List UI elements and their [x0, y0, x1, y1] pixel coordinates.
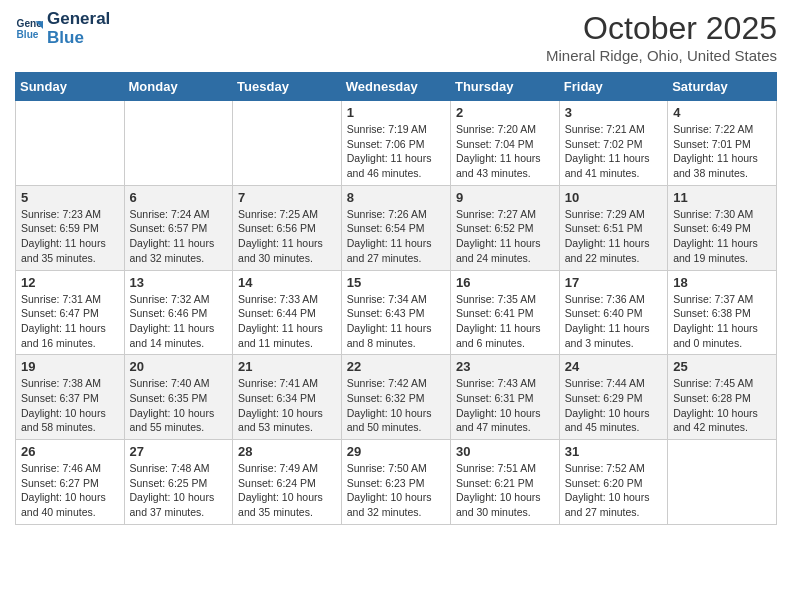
- day-number: 24: [565, 359, 662, 374]
- day-number: 9: [456, 190, 554, 205]
- calendar-cell: 11Sunrise: 7:30 AM Sunset: 6:49 PM Dayli…: [668, 185, 777, 270]
- calendar-cell: 5Sunrise: 7:23 AM Sunset: 6:59 PM Daylig…: [16, 185, 125, 270]
- day-info: Sunrise: 7:21 AM Sunset: 7:02 PM Dayligh…: [565, 122, 662, 181]
- day-info: Sunrise: 7:42 AM Sunset: 6:32 PM Dayligh…: [347, 376, 445, 435]
- logo-general: General: [47, 10, 110, 29]
- day-info: Sunrise: 7:44 AM Sunset: 6:29 PM Dayligh…: [565, 376, 662, 435]
- logo: General Blue General Blue: [15, 10, 110, 47]
- day-number: 25: [673, 359, 771, 374]
- day-info: Sunrise: 7:51 AM Sunset: 6:21 PM Dayligh…: [456, 461, 554, 520]
- day-number: 1: [347, 105, 445, 120]
- day-number: 4: [673, 105, 771, 120]
- day-info: Sunrise: 7:33 AM Sunset: 6:44 PM Dayligh…: [238, 292, 336, 351]
- day-number: 12: [21, 275, 119, 290]
- day-number: 8: [347, 190, 445, 205]
- day-number: 18: [673, 275, 771, 290]
- calendar-cell: [124, 101, 233, 186]
- weekday-header: Monday: [124, 73, 233, 101]
- day-number: 19: [21, 359, 119, 374]
- calendar-cell: 24Sunrise: 7:44 AM Sunset: 6:29 PM Dayli…: [559, 355, 667, 440]
- calendar-cell: 30Sunrise: 7:51 AM Sunset: 6:21 PM Dayli…: [450, 440, 559, 525]
- day-info: Sunrise: 7:31 AM Sunset: 6:47 PM Dayligh…: [21, 292, 119, 351]
- day-number: 30: [456, 444, 554, 459]
- calendar-cell: 3Sunrise: 7:21 AM Sunset: 7:02 PM Daylig…: [559, 101, 667, 186]
- calendar-cell: 28Sunrise: 7:49 AM Sunset: 6:24 PM Dayli…: [233, 440, 342, 525]
- svg-text:Blue: Blue: [17, 29, 39, 40]
- day-number: 15: [347, 275, 445, 290]
- calendar-cell: [233, 101, 342, 186]
- calendar-cell: 19Sunrise: 7:38 AM Sunset: 6:37 PM Dayli…: [16, 355, 125, 440]
- day-info: Sunrise: 7:41 AM Sunset: 6:34 PM Dayligh…: [238, 376, 336, 435]
- calendar-cell: 10Sunrise: 7:29 AM Sunset: 6:51 PM Dayli…: [559, 185, 667, 270]
- calendar-cell: 27Sunrise: 7:48 AM Sunset: 6:25 PM Dayli…: [124, 440, 233, 525]
- day-info: Sunrise: 7:50 AM Sunset: 6:23 PM Dayligh…: [347, 461, 445, 520]
- calendar-cell: 15Sunrise: 7:34 AM Sunset: 6:43 PM Dayli…: [341, 270, 450, 355]
- calendar-cell: 13Sunrise: 7:32 AM Sunset: 6:46 PM Dayli…: [124, 270, 233, 355]
- title-section: October 2025 Mineral Ridge, Ohio, United…: [546, 10, 777, 64]
- calendar-cell: 31Sunrise: 7:52 AM Sunset: 6:20 PM Dayli…: [559, 440, 667, 525]
- day-info: Sunrise: 7:24 AM Sunset: 6:57 PM Dayligh…: [130, 207, 228, 266]
- calendar-cell: 23Sunrise: 7:43 AM Sunset: 6:31 PM Dayli…: [450, 355, 559, 440]
- day-number: 14: [238, 275, 336, 290]
- calendar-cell: 7Sunrise: 7:25 AM Sunset: 6:56 PM Daylig…: [233, 185, 342, 270]
- day-number: 20: [130, 359, 228, 374]
- day-info: Sunrise: 7:49 AM Sunset: 6:24 PM Dayligh…: [238, 461, 336, 520]
- day-info: Sunrise: 7:34 AM Sunset: 6:43 PM Dayligh…: [347, 292, 445, 351]
- calendar-cell: 18Sunrise: 7:37 AM Sunset: 6:38 PM Dayli…: [668, 270, 777, 355]
- day-number: 27: [130, 444, 228, 459]
- day-number: 7: [238, 190, 336, 205]
- calendar-cell: 26Sunrise: 7:46 AM Sunset: 6:27 PM Dayli…: [16, 440, 125, 525]
- calendar-week-row: 12Sunrise: 7:31 AM Sunset: 6:47 PM Dayli…: [16, 270, 777, 355]
- calendar-cell: 12Sunrise: 7:31 AM Sunset: 6:47 PM Dayli…: [16, 270, 125, 355]
- day-info: Sunrise: 7:52 AM Sunset: 6:20 PM Dayligh…: [565, 461, 662, 520]
- calendar-week-row: 5Sunrise: 7:23 AM Sunset: 6:59 PM Daylig…: [16, 185, 777, 270]
- day-number: 13: [130, 275, 228, 290]
- calendar-header-row: SundayMondayTuesdayWednesdayThursdayFrid…: [16, 73, 777, 101]
- day-info: Sunrise: 7:40 AM Sunset: 6:35 PM Dayligh…: [130, 376, 228, 435]
- day-number: 21: [238, 359, 336, 374]
- day-info: Sunrise: 7:25 AM Sunset: 6:56 PM Dayligh…: [238, 207, 336, 266]
- day-info: Sunrise: 7:45 AM Sunset: 6:28 PM Dayligh…: [673, 376, 771, 435]
- weekday-header: Friday: [559, 73, 667, 101]
- calendar-cell: 9Sunrise: 7:27 AM Sunset: 6:52 PM Daylig…: [450, 185, 559, 270]
- day-number: 3: [565, 105, 662, 120]
- day-number: 28: [238, 444, 336, 459]
- day-number: 10: [565, 190, 662, 205]
- calendar-week-row: 19Sunrise: 7:38 AM Sunset: 6:37 PM Dayli…: [16, 355, 777, 440]
- weekday-header: Wednesday: [341, 73, 450, 101]
- day-number: 11: [673, 190, 771, 205]
- calendar-cell: [16, 101, 125, 186]
- day-number: 5: [21, 190, 119, 205]
- weekday-header: Saturday: [668, 73, 777, 101]
- calendar-cell: 21Sunrise: 7:41 AM Sunset: 6:34 PM Dayli…: [233, 355, 342, 440]
- day-info: Sunrise: 7:38 AM Sunset: 6:37 PM Dayligh…: [21, 376, 119, 435]
- calendar-cell: 8Sunrise: 7:26 AM Sunset: 6:54 PM Daylig…: [341, 185, 450, 270]
- day-info: Sunrise: 7:48 AM Sunset: 6:25 PM Dayligh…: [130, 461, 228, 520]
- day-info: Sunrise: 7:20 AM Sunset: 7:04 PM Dayligh…: [456, 122, 554, 181]
- day-info: Sunrise: 7:36 AM Sunset: 6:40 PM Dayligh…: [565, 292, 662, 351]
- month-title: October 2025: [546, 10, 777, 47]
- day-number: 22: [347, 359, 445, 374]
- weekday-header: Tuesday: [233, 73, 342, 101]
- day-number: 2: [456, 105, 554, 120]
- calendar-cell: 6Sunrise: 7:24 AM Sunset: 6:57 PM Daylig…: [124, 185, 233, 270]
- day-info: Sunrise: 7:19 AM Sunset: 7:06 PM Dayligh…: [347, 122, 445, 181]
- logo-icon: General Blue: [15, 15, 43, 43]
- location: Mineral Ridge, Ohio, United States: [546, 47, 777, 64]
- calendar-cell: 17Sunrise: 7:36 AM Sunset: 6:40 PM Dayli…: [559, 270, 667, 355]
- day-number: 23: [456, 359, 554, 374]
- day-info: Sunrise: 7:30 AM Sunset: 6:49 PM Dayligh…: [673, 207, 771, 266]
- day-info: Sunrise: 7:43 AM Sunset: 6:31 PM Dayligh…: [456, 376, 554, 435]
- day-number: 29: [347, 444, 445, 459]
- day-info: Sunrise: 7:22 AM Sunset: 7:01 PM Dayligh…: [673, 122, 771, 181]
- calendar-cell: 29Sunrise: 7:50 AM Sunset: 6:23 PM Dayli…: [341, 440, 450, 525]
- calendar-cell: [668, 440, 777, 525]
- day-info: Sunrise: 7:37 AM Sunset: 6:38 PM Dayligh…: [673, 292, 771, 351]
- day-info: Sunrise: 7:29 AM Sunset: 6:51 PM Dayligh…: [565, 207, 662, 266]
- calendar-cell: 14Sunrise: 7:33 AM Sunset: 6:44 PM Dayli…: [233, 270, 342, 355]
- weekday-header: Sunday: [16, 73, 125, 101]
- day-number: 26: [21, 444, 119, 459]
- weekday-header: Thursday: [450, 73, 559, 101]
- calendar-cell: 25Sunrise: 7:45 AM Sunset: 6:28 PM Dayli…: [668, 355, 777, 440]
- calendar-cell: 2Sunrise: 7:20 AM Sunset: 7:04 PM Daylig…: [450, 101, 559, 186]
